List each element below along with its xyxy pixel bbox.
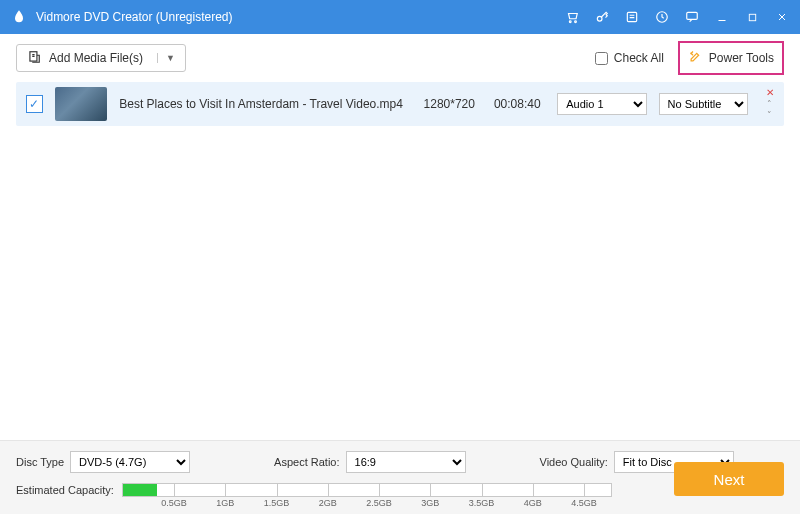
check-all-toggle[interactable]: Check All: [595, 51, 664, 65]
svg-rect-5: [687, 12, 698, 19]
svg-point-0: [569, 21, 571, 23]
svg-rect-6: [749, 14, 755, 20]
disc-type-select[interactable]: DVD-5 (4.7G): [70, 451, 190, 473]
item-filename: Best Places to Visit In Amsterdam - Trav…: [119, 97, 409, 111]
item-resolution: 1280*720: [421, 97, 477, 111]
next-button[interactable]: Next: [674, 462, 784, 496]
capacity-ticks: 0.5GB 1GB 1.5GB 2GB 2.5GB 3GB 3.5GB 4GB …: [123, 484, 611, 496]
item-checkbox[interactable]: ✓: [26, 95, 43, 113]
item-controls: ✕ ˄ ˅: [766, 88, 774, 120]
subtitle-select[interactable]: No Subtitle: [659, 93, 748, 115]
check-all-checkbox[interactable]: [595, 52, 608, 65]
chevron-down-icon: ▼: [157, 53, 175, 63]
app-logo-icon: [10, 8, 28, 26]
power-tools-label: Power Tools: [709, 51, 774, 65]
cart-icon[interactable]: [564, 9, 580, 25]
item-duration: 00:08:40: [489, 97, 545, 111]
item-thumbnail: [55, 87, 107, 121]
move-down-icon[interactable]: ˅: [767, 111, 772, 120]
key-icon[interactable]: [594, 9, 610, 25]
menu-icon[interactable]: [624, 9, 640, 25]
titlebar: Vidmore DVD Creator (Unregistered): [0, 0, 800, 34]
remove-item-icon[interactable]: ✕: [766, 88, 774, 98]
add-media-label: Add Media File(s): [49, 51, 143, 65]
close-icon[interactable]: [774, 9, 790, 25]
svg-point-2: [597, 16, 602, 21]
tools-icon: [688, 49, 703, 67]
media-list: ✓ Best Places to Visit In Amsterdam - Tr…: [0, 82, 800, 126]
feedback-icon[interactable]: [684, 9, 700, 25]
bottom-panel: Disc Type DVD-5 (4.7G) Aspect Ratio: 16:…: [0, 440, 800, 514]
add-file-icon: [27, 50, 41, 67]
video-quality-label: Video Quality:: [540, 456, 608, 468]
list-item[interactable]: ✓ Best Places to Visit In Amsterdam - Tr…: [16, 82, 784, 126]
capacity-label: Estimated Capacity:: [16, 484, 114, 496]
app-title: Vidmore DVD Creator (Unregistered): [36, 10, 564, 24]
capacity-bar: 0.5GB 1GB 1.5GB 2GB 2.5GB 3GB 3.5GB 4GB …: [122, 483, 612, 497]
history-icon[interactable]: [654, 9, 670, 25]
titlebar-controls: [564, 9, 790, 25]
maximize-icon[interactable]: [744, 9, 760, 25]
capacity-row: Estimated Capacity: 0.5GB 1GB 1.5GB 2GB …: [16, 483, 784, 497]
check-all-label: Check All: [614, 51, 664, 65]
aspect-ratio-select[interactable]: 16:9: [346, 451, 466, 473]
move-up-icon[interactable]: ˄: [767, 100, 772, 109]
add-media-button[interactable]: Add Media File(s) ▼: [16, 44, 186, 72]
minimize-icon[interactable]: [714, 9, 730, 25]
svg-point-1: [575, 21, 577, 23]
toolbar: Add Media File(s) ▼ Check All Power Tool…: [0, 34, 800, 82]
power-tools-button[interactable]: Power Tools: [678, 41, 784, 75]
disc-type-label: Disc Type: [16, 456, 64, 468]
audio-select[interactable]: Audio 1: [557, 93, 646, 115]
output-options: Disc Type DVD-5 (4.7G) Aspect Ratio: 16:…: [16, 451, 784, 473]
aspect-ratio-label: Aspect Ratio:: [274, 456, 339, 468]
